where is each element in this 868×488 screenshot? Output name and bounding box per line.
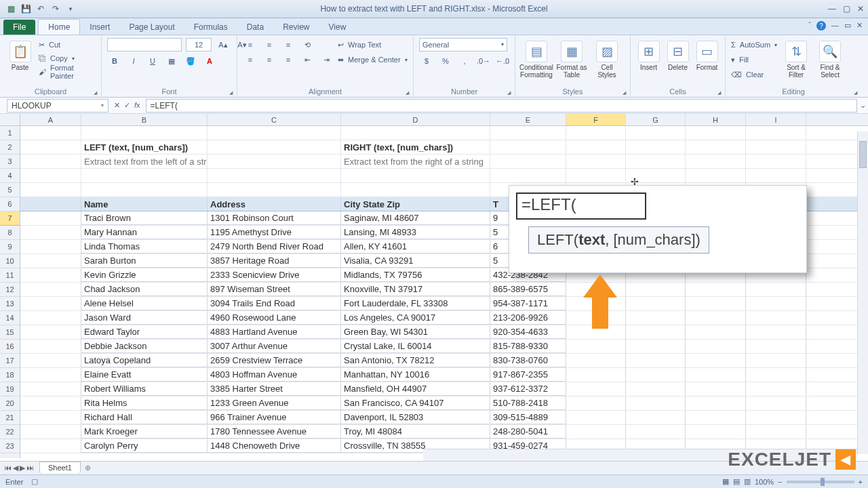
cell[interactable] xyxy=(490,140,566,154)
cell[interactable] xyxy=(208,126,341,140)
cell[interactable] xyxy=(746,311,806,325)
merge-center-button[interactable]: ⬌Merge & Center▾ xyxy=(338,53,408,66)
cell[interactable]: Chad Jackson xyxy=(81,283,208,296)
cell[interactable] xyxy=(686,283,746,296)
tab-data[interactable]: Data xyxy=(237,20,273,35)
zoom-in-icon[interactable]: + xyxy=(859,478,863,486)
cell[interactable] xyxy=(686,297,746,310)
cell[interactable] xyxy=(20,240,81,253)
cell[interactable] xyxy=(20,254,81,268)
cell[interactable]: Lansing, MI 48933 xyxy=(341,226,490,239)
row-header[interactable]: 14 xyxy=(0,311,20,325)
undo-icon[interactable]: ↶ xyxy=(35,3,46,14)
cell[interactable]: Visalia, CA 93291 xyxy=(341,254,490,268)
cell[interactable] xyxy=(746,411,806,424)
cell[interactable] xyxy=(566,126,626,140)
cell[interactable] xyxy=(626,126,686,140)
cell[interactable]: Green Bay, WI 54301 xyxy=(341,325,490,339)
cell[interactable] xyxy=(626,155,686,168)
cell[interactable]: Extract text from the right of a string xyxy=(341,155,490,168)
cell[interactable] xyxy=(20,354,81,367)
cell[interactable] xyxy=(20,183,81,197)
row-header[interactable]: 17 xyxy=(0,354,20,368)
cell[interactable]: Mary Hannan xyxy=(81,226,208,239)
cell[interactable]: Carolyn Perry xyxy=(81,439,208,453)
fill-color-button[interactable]: 🪣 xyxy=(183,54,198,68)
row-header[interactable]: 11 xyxy=(0,268,20,283)
cell[interactable] xyxy=(626,340,686,353)
cell[interactable] xyxy=(20,297,81,310)
cell[interactable]: LEFT (text, [num_chars]) xyxy=(81,140,208,154)
cell[interactable]: Midlands, TX 79756 xyxy=(341,268,490,282)
cell[interactable] xyxy=(566,155,626,168)
cell[interactable] xyxy=(566,396,626,410)
cell[interactable] xyxy=(746,354,806,367)
cell[interactable]: 1780 Tennessee Avenue xyxy=(208,425,341,439)
cell[interactable] xyxy=(626,325,686,339)
increase-decimal-icon[interactable]: .0→ xyxy=(476,54,491,68)
cell[interactable]: 4883 Hartland Avenue xyxy=(208,325,341,339)
col-header-A[interactable]: A xyxy=(20,114,81,125)
col-header-F[interactable]: F xyxy=(566,114,626,125)
cell[interactable]: Kevin Grizzle xyxy=(81,268,208,282)
cell[interactable] xyxy=(686,382,746,396)
cell[interactable] xyxy=(746,382,806,396)
cell[interactable]: 3094 Trails End Road xyxy=(208,297,341,310)
file-tab[interactable]: File xyxy=(3,20,35,35)
cell[interactable]: 830-738-0760 xyxy=(490,354,566,367)
tab-review[interactable]: Review xyxy=(273,20,319,35)
align-center-icon[interactable]: ≡ xyxy=(262,53,277,66)
cell[interactable]: Traci Brown xyxy=(81,211,208,225)
cell[interactable] xyxy=(20,325,81,339)
cell[interactable]: Mansfield, OH 44907 xyxy=(341,382,490,396)
font-size-select[interactable]: 12 xyxy=(186,38,212,52)
cell[interactable]: Troy, MI 48084 xyxy=(341,425,490,439)
cell[interactable] xyxy=(20,197,81,211)
border-button[interactable]: ▦ xyxy=(164,54,179,68)
cell-edit-box[interactable]: =LEFT( xyxy=(516,192,646,220)
comma-icon[interactable]: , xyxy=(457,54,472,68)
cell[interactable] xyxy=(686,340,746,353)
name-box[interactable]: HLOOKUP▾ xyxy=(7,99,108,113)
wrap-text-button[interactable]: ↩Wrap Text xyxy=(338,38,408,52)
cell[interactable] xyxy=(20,155,81,168)
cell[interactable] xyxy=(626,140,686,154)
redo-icon[interactable]: ↷ xyxy=(50,3,61,14)
cell[interactable]: 1448 Chenoweth Drive xyxy=(208,439,341,453)
cell[interactable] xyxy=(626,354,686,367)
format-button[interactable]: ▭Format xyxy=(694,38,719,71)
cell[interactable] xyxy=(686,169,746,182)
cell[interactable]: 3007 Arthur Avenue xyxy=(208,340,341,353)
row-header[interactable]: 9 xyxy=(0,240,20,254)
cell[interactable]: Los Angeles, CA 90017 xyxy=(341,311,490,325)
cell[interactable] xyxy=(208,169,341,182)
cell[interactable] xyxy=(20,439,81,453)
cells-area[interactable]: LEFT (text, [num_chars])RIGHT (text, [nu… xyxy=(20,126,868,458)
row-header[interactable]: 22 xyxy=(0,425,20,439)
row-header[interactable]: 4 xyxy=(0,169,20,183)
select-all-corner[interactable] xyxy=(0,114,20,126)
cell[interactable] xyxy=(20,140,81,154)
cell[interactable]: Crystal Lake, IL 60014 xyxy=(341,340,490,353)
prev-sheet-icon[interactable]: ◀ xyxy=(13,464,18,472)
cell[interactable] xyxy=(20,268,81,282)
cell[interactable] xyxy=(746,155,806,168)
increase-font-icon[interactable]: A▴ xyxy=(216,38,231,52)
cell[interactable]: 3857 Heritage Road xyxy=(208,254,341,268)
cell[interactable] xyxy=(20,311,81,325)
col-header-G[interactable]: G xyxy=(626,114,686,125)
formula-input[interactable]: =LEFT( xyxy=(146,99,857,113)
cell[interactable]: RIGHT (text, [num_chars]) xyxy=(341,140,490,154)
view-layout-icon[interactable]: ▤ xyxy=(733,477,740,486)
cell[interactable] xyxy=(686,140,746,154)
copy-button[interactable]: ⿻Copy▾ xyxy=(39,52,96,65)
window-restore-icon[interactable]: ▭ xyxy=(844,21,851,30)
cell[interactable]: 4960 Rosewood Lane xyxy=(208,311,341,325)
cut-button[interactable]: ✂Cut xyxy=(39,38,96,52)
cell[interactable]: City State Zip xyxy=(341,197,490,211)
row-header[interactable]: 13 xyxy=(0,297,20,311)
cell[interactable]: 1301 Robinson Court xyxy=(208,211,341,225)
cell[interactable]: Name xyxy=(81,197,208,211)
align-left-icon[interactable]: ≡ xyxy=(243,53,258,66)
cell[interactable]: 815-788-9330 xyxy=(490,340,566,353)
